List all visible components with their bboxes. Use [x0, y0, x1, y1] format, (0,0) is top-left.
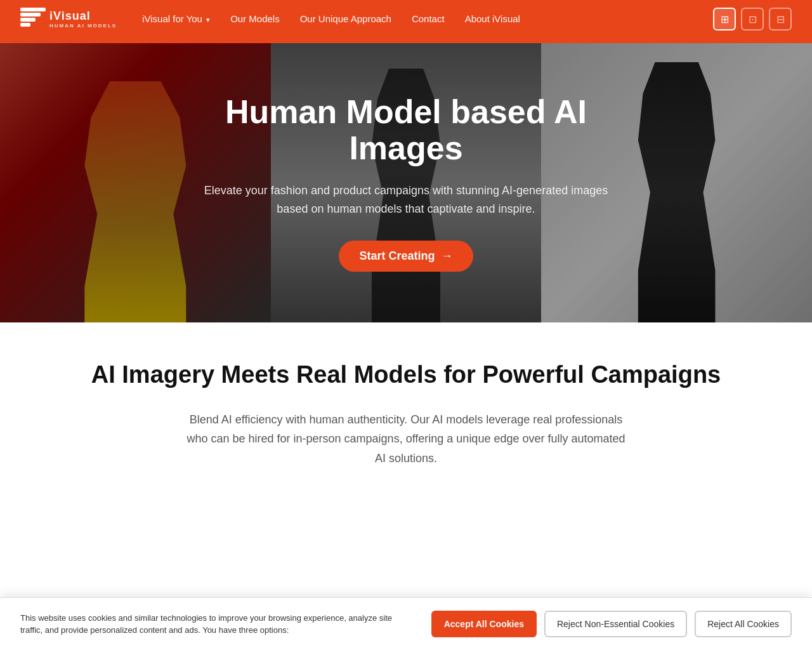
top-divider — [0, 38, 812, 43]
nav-item-ivisual-for-you[interactable]: iVisual for You ▾ — [142, 13, 210, 25]
logo-icon — [20, 8, 46, 30]
hero-content: Human Model based AI Images Elevate your… — [184, 94, 628, 272]
view-grid-button[interactable]: ⊞ — [713, 8, 736, 30]
cta-label: Start Creating — [359, 249, 435, 263]
hero-section: Human Model based AI Images Elevate your… — [0, 43, 812, 322]
nav-item-our-models[interactable]: Our Models — [230, 13, 280, 25]
start-creating-button[interactable]: Start Creating → — [339, 241, 473, 272]
nav-item-about[interactable]: About iVisual — [465, 13, 520, 25]
navbar: iVisual HUMAN AI MODELS iVisual for You … — [0, 0, 812, 38]
features-section: AI Imagery Meets Real Models for Powerfu… — [0, 322, 812, 519]
grid-icon: ⊞ — [721, 13, 729, 25]
nav-actions: ⊞ ⊡ ⊟ — [713, 8, 792, 30]
dropdown-arrow-icon: ▾ — [206, 16, 210, 23]
hero-title: Human Model based AI Images — [197, 94, 615, 166]
compact-icon: ⊟ — [776, 13, 785, 25]
features-title: AI Imagery Meets Real Models for Powerfu… — [51, 361, 761, 390]
logo[interactable]: iVisual HUMAN AI MODELS — [20, 8, 117, 30]
features-description: Blend AI efficiency with human authentic… — [184, 410, 628, 468]
cta-arrow-icon: → — [442, 249, 453, 263]
logo-text-block: iVisual HUMAN AI MODELS — [49, 10, 117, 29]
logo-subtitle: HUMAN AI MODELS — [49, 23, 117, 29]
nav-links: iVisual for You ▾ Our Models Our Unique … — [142, 13, 713, 25]
hero-subtitle: Elevate your fashion and product campaig… — [197, 182, 615, 218]
logo-title: iVisual — [49, 10, 117, 23]
list-icon: ⊡ — [749, 13, 757, 25]
nav-item-contact[interactable]: Contact — [412, 13, 445, 25]
view-list-button[interactable]: ⊡ — [741, 8, 764, 30]
view-compact-button[interactable]: ⊟ — [769, 8, 792, 30]
nav-item-unique-approach[interactable]: Our Unique Approach — [300, 13, 391, 25]
